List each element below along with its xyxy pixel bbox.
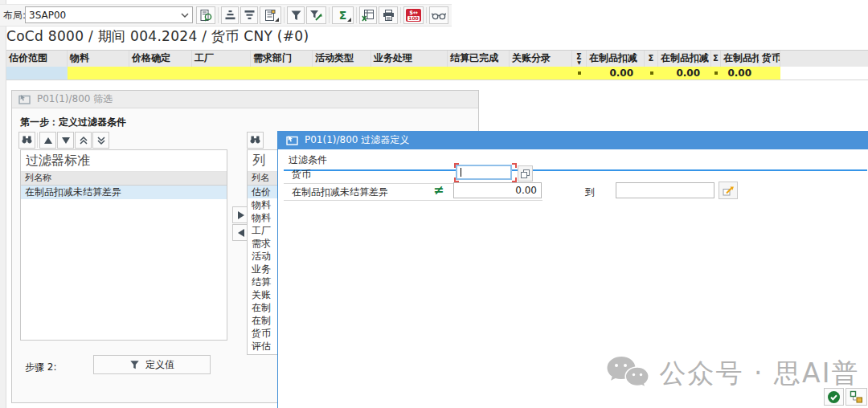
sort-descending-icon [244, 10, 256, 21]
row-cell[interactable] [510, 67, 572, 80]
wip-reduction-value-3[interactable]: 0.00 [721, 67, 760, 80]
column-header-sum[interactable]: Σ [645, 51, 658, 67]
export-button[interactable] [359, 6, 377, 24]
grid-total-row[interactable]: 0.00 0.00 0.00 [6, 67, 868, 80]
sort-ascending-button[interactable] [221, 6, 239, 24]
row-cell[interactable] [313, 67, 371, 80]
step1-label: 第一步：定义过滤器条件 [20, 116, 126, 129]
column-header[interactable]: 业务处理 [371, 51, 448, 67]
filter-icon [290, 10, 302, 22]
glasses-icon [432, 10, 446, 21]
matchcode-button[interactable] [518, 165, 533, 182]
sap-alv-screen: 布局: 3SAP00 [0, 0, 868, 408]
triangle-right-icon [237, 210, 245, 220]
column-header[interactable]: 物料 [68, 51, 129, 67]
sum-marker-cell[interactable] [645, 67, 658, 80]
multiple-selection-button[interactable] [719, 182, 738, 199]
watermark-text: 公众号 · 思AI普 [660, 356, 860, 392]
move-top-button[interactable] [75, 132, 92, 149]
currency-100-icon: $↔100 [406, 9, 421, 22]
set-filter-button[interactable] [287, 6, 305, 24]
matchcode-icon [520, 169, 530, 179]
move-up-button[interactable] [39, 132, 56, 149]
toolbar-separator [356, 7, 357, 23]
currency-input[interactable] [456, 165, 512, 180]
column-header[interactable]: 活动类型 [313, 51, 371, 67]
column-header[interactable]: 工厂 [192, 51, 251, 67]
column-header[interactable]: 估价范围 [6, 51, 68, 67]
column-header[interactable]: 关账分录 [510, 51, 572, 67]
row-cell[interactable] [448, 67, 510, 80]
column-header[interactable]: 货币 [760, 51, 780, 67]
move-down-button[interactable] [57, 132, 74, 149]
wip-to-input[interactable] [616, 182, 714, 198]
filter-dialog-titlebar[interactable]: P01(1)/800 筛选 [12, 91, 478, 108]
display-details-button[interactable] [260, 6, 281, 24]
row-cell[interactable] [371, 67, 448, 80]
row-cell[interactable] [192, 67, 251, 80]
dialog-window-icon [286, 135, 298, 145]
not-equal-operator[interactable]: ≠ [433, 182, 444, 198]
sum-dot-icon [650, 71, 653, 75]
sum-marker-cell[interactable] [711, 67, 721, 80]
definition-dialog-titlebar[interactable]: P01(1)/800 过滤器定义 [278, 131, 868, 149]
column-header[interactable]: 在制品扣减 [721, 51, 760, 67]
row-cell[interactable] [68, 67, 129, 80]
left-margin-strip [0, 0, 6, 408]
section-divider [284, 169, 867, 171]
criteria-column-header[interactable]: 列名称 [21, 172, 227, 186]
print-button[interactable] [379, 6, 398, 24]
column-header-sum[interactable]: Σ [711, 51, 721, 67]
wip-reduction-value-1[interactable]: 0.00 [587, 67, 645, 80]
delete-filter-button[interactable] [306, 6, 326, 24]
export-spreadsheet-icon [362, 9, 375, 22]
subtotals-button[interactable]: Σ [332, 6, 354, 24]
sigma-label: Σ [713, 55, 719, 63]
sum-dot-icon [578, 71, 581, 75]
hierarchy-button[interactable] [845, 388, 867, 406]
double-chevron-down-icon [96, 136, 106, 145]
double-chevron-up-icon [79, 136, 88, 145]
display-currency-button[interactable]: $↔100 [403, 6, 424, 24]
valuation-area-cell[interactable] [6, 67, 68, 80]
sigma-label: Σ [649, 55, 654, 63]
filter-criteria-heading: 过滤器标准 [21, 150, 227, 172]
dropdown-corner-icon [275, 18, 279, 22]
toolbar-separator [284, 7, 285, 23]
move-bottom-button[interactable] [92, 132, 109, 149]
sum-marker-cell[interactable] [572, 67, 587, 80]
criteria-list-item[interactable]: 在制品扣减未结算差异 [21, 186, 227, 199]
find-button[interactable] [247, 132, 264, 149]
confirm-button[interactable] [824, 388, 844, 406]
column-header[interactable]: 在制品扣减 [658, 51, 711, 67]
sort-descending-button[interactable] [240, 6, 258, 24]
page-title: CoCd 8000 / 期间 004.2024 / 货币 CNY (#0) [6, 27, 309, 46]
layout-combobox[interactable]: 3SAP00 [25, 6, 193, 23]
sum-dot-icon [714, 71, 718, 75]
dropdown-corner-icon [347, 18, 351, 22]
wip-reduction-value-2[interactable]: 0.00 [658, 67, 711, 80]
row-cell[interactable] [251, 67, 313, 80]
row-cell[interactable] [129, 67, 192, 80]
filter-conditions-section-label: 过滤条件 [289, 153, 327, 167]
sum-filter-marker: ▼ [577, 60, 581, 65]
currency-input-focus-frame [454, 163, 517, 182]
toolbar-separator [218, 7, 219, 23]
green-check-icon [827, 390, 841, 404]
select-layout-button[interactable] [196, 6, 215, 24]
find-button[interactable] [18, 132, 35, 149]
layout-label: 布局: [3, 9, 26, 22]
column-header[interactable]: 在制品扣减 [587, 51, 645, 67]
sort-ascending-icon [224, 10, 236, 21]
column-header[interactable]: 结算已完成 [448, 51, 510, 67]
wip-field-label: 在制品扣减未结算差异 [292, 186, 388, 199]
views-button[interactable] [429, 6, 448, 24]
define-values-button[interactable]: 定义值 [93, 355, 211, 374]
binoculars-icon [249, 135, 261, 146]
wip-from-input[interactable]: 0.00 [453, 182, 542, 198]
grid-header-row: 估价范围 物料 价格确定 工厂 需求部门 活动类型 业务处理 结算已完成 关账分… [6, 50, 868, 67]
column-header-sum[interactable]: Σ ▼ [572, 51, 587, 67]
column-header[interactable]: 需求部门 [251, 51, 313, 67]
column-header[interactable]: 价格确定 [129, 51, 192, 67]
currency-cell[interactable] [760, 67, 780, 80]
